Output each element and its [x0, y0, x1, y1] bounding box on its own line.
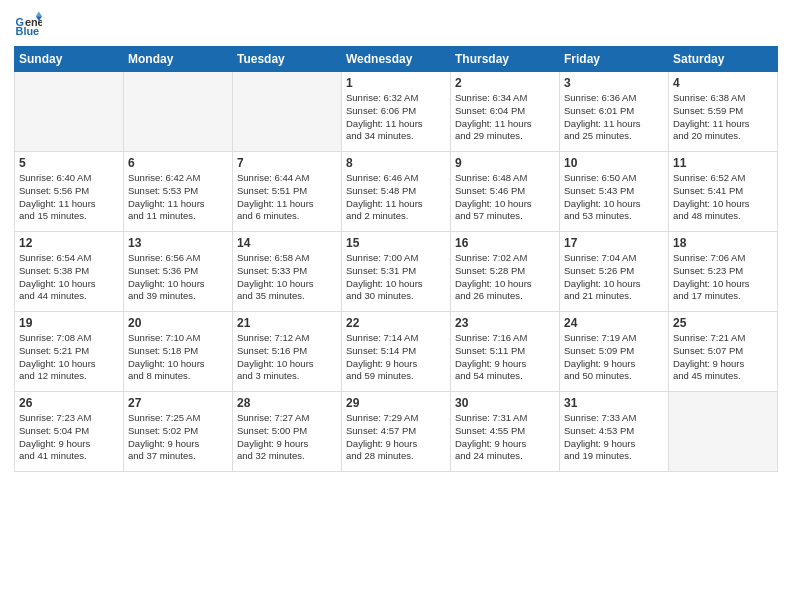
- week-row-2: 5Sunrise: 6:40 AM Sunset: 5:56 PM Daylig…: [15, 152, 778, 232]
- day-cell: 23Sunrise: 7:16 AM Sunset: 5:11 PM Dayli…: [451, 312, 560, 392]
- week-row-1: 1Sunrise: 6:32 AM Sunset: 6:06 PM Daylig…: [15, 72, 778, 152]
- day-cell: 13Sunrise: 6:56 AM Sunset: 5:36 PM Dayli…: [124, 232, 233, 312]
- day-cell: 6Sunrise: 6:42 AM Sunset: 5:53 PM Daylig…: [124, 152, 233, 232]
- day-number: 18: [673, 236, 773, 250]
- day-cell: 9Sunrise: 6:48 AM Sunset: 5:46 PM Daylig…: [451, 152, 560, 232]
- day-number: 11: [673, 156, 773, 170]
- day-number: 16: [455, 236, 555, 250]
- day-cell: 15Sunrise: 7:00 AM Sunset: 5:31 PM Dayli…: [342, 232, 451, 312]
- day-cell: 3Sunrise: 6:36 AM Sunset: 6:01 PM Daylig…: [560, 72, 669, 152]
- day-info: Sunrise: 6:44 AM Sunset: 5:51 PM Dayligh…: [237, 172, 337, 223]
- day-cell: 28Sunrise: 7:27 AM Sunset: 5:00 PM Dayli…: [233, 392, 342, 472]
- day-cell: 26Sunrise: 7:23 AM Sunset: 5:04 PM Dayli…: [15, 392, 124, 472]
- day-info: Sunrise: 6:48 AM Sunset: 5:46 PM Dayligh…: [455, 172, 555, 223]
- day-info: Sunrise: 7:31 AM Sunset: 4:55 PM Dayligh…: [455, 412, 555, 463]
- calendar-table: SundayMondayTuesdayWednesdayThursdayFrid…: [14, 46, 778, 472]
- day-cell: 5Sunrise: 6:40 AM Sunset: 5:56 PM Daylig…: [15, 152, 124, 232]
- day-cell: 1Sunrise: 6:32 AM Sunset: 6:06 PM Daylig…: [342, 72, 451, 152]
- day-info: Sunrise: 7:25 AM Sunset: 5:02 PM Dayligh…: [128, 412, 228, 463]
- day-number: 24: [564, 316, 664, 330]
- day-info: Sunrise: 7:16 AM Sunset: 5:11 PM Dayligh…: [455, 332, 555, 383]
- day-info: Sunrise: 7:06 AM Sunset: 5:23 PM Dayligh…: [673, 252, 773, 303]
- day-number: 20: [128, 316, 228, 330]
- day-number: 13: [128, 236, 228, 250]
- day-info: Sunrise: 7:08 AM Sunset: 5:21 PM Dayligh…: [19, 332, 119, 383]
- day-cell: 20Sunrise: 7:10 AM Sunset: 5:18 PM Dayli…: [124, 312, 233, 392]
- header-cell-tuesday: Tuesday: [233, 47, 342, 72]
- day-info: Sunrise: 7:02 AM Sunset: 5:28 PM Dayligh…: [455, 252, 555, 303]
- day-number: 22: [346, 316, 446, 330]
- day-cell: 19Sunrise: 7:08 AM Sunset: 5:21 PM Dayli…: [15, 312, 124, 392]
- day-cell: 27Sunrise: 7:25 AM Sunset: 5:02 PM Dayli…: [124, 392, 233, 472]
- day-cell: 2Sunrise: 6:34 AM Sunset: 6:04 PM Daylig…: [451, 72, 560, 152]
- day-cell: 8Sunrise: 6:46 AM Sunset: 5:48 PM Daylig…: [342, 152, 451, 232]
- day-cell: 21Sunrise: 7:12 AM Sunset: 5:16 PM Dayli…: [233, 312, 342, 392]
- day-cell: 22Sunrise: 7:14 AM Sunset: 5:14 PM Dayli…: [342, 312, 451, 392]
- day-number: 15: [346, 236, 446, 250]
- day-number: 2: [455, 76, 555, 90]
- day-number: 8: [346, 156, 446, 170]
- day-cell: 31Sunrise: 7:33 AM Sunset: 4:53 PM Dayli…: [560, 392, 669, 472]
- day-number: 26: [19, 396, 119, 410]
- calendar-header: G eneral Blue: [14, 10, 778, 38]
- header-cell-thursday: Thursday: [451, 47, 560, 72]
- day-cell: [669, 392, 778, 472]
- header-cell-saturday: Saturday: [669, 47, 778, 72]
- day-cell: 25Sunrise: 7:21 AM Sunset: 5:07 PM Dayli…: [669, 312, 778, 392]
- logo: G eneral Blue: [14, 10, 44, 38]
- day-cell: 17Sunrise: 7:04 AM Sunset: 5:26 PM Dayli…: [560, 232, 669, 312]
- day-info: Sunrise: 6:42 AM Sunset: 5:53 PM Dayligh…: [128, 172, 228, 223]
- day-number: 17: [564, 236, 664, 250]
- day-info: Sunrise: 6:36 AM Sunset: 6:01 PM Dayligh…: [564, 92, 664, 143]
- day-number: 31: [564, 396, 664, 410]
- day-info: Sunrise: 6:58 AM Sunset: 5:33 PM Dayligh…: [237, 252, 337, 303]
- day-info: Sunrise: 6:38 AM Sunset: 5:59 PM Dayligh…: [673, 92, 773, 143]
- day-info: Sunrise: 6:54 AM Sunset: 5:38 PM Dayligh…: [19, 252, 119, 303]
- day-number: 25: [673, 316, 773, 330]
- day-cell: 30Sunrise: 7:31 AM Sunset: 4:55 PM Dayli…: [451, 392, 560, 472]
- day-cell: 24Sunrise: 7:19 AM Sunset: 5:09 PM Dayli…: [560, 312, 669, 392]
- day-info: Sunrise: 6:34 AM Sunset: 6:04 PM Dayligh…: [455, 92, 555, 143]
- day-number: 12: [19, 236, 119, 250]
- day-number: 10: [564, 156, 664, 170]
- day-cell: 7Sunrise: 6:44 AM Sunset: 5:51 PM Daylig…: [233, 152, 342, 232]
- day-number: 5: [19, 156, 119, 170]
- header-cell-friday: Friday: [560, 47, 669, 72]
- header-cell-monday: Monday: [124, 47, 233, 72]
- day-number: 30: [455, 396, 555, 410]
- day-info: Sunrise: 7:14 AM Sunset: 5:14 PM Dayligh…: [346, 332, 446, 383]
- header-row: SundayMondayTuesdayWednesdayThursdayFrid…: [15, 47, 778, 72]
- svg-marker-3: [36, 12, 42, 17]
- day-info: Sunrise: 7:12 AM Sunset: 5:16 PM Dayligh…: [237, 332, 337, 383]
- day-cell: [15, 72, 124, 152]
- day-info: Sunrise: 7:10 AM Sunset: 5:18 PM Dayligh…: [128, 332, 228, 383]
- day-number: 6: [128, 156, 228, 170]
- day-number: 14: [237, 236, 337, 250]
- week-row-4: 19Sunrise: 7:08 AM Sunset: 5:21 PM Dayli…: [15, 312, 778, 392]
- header-cell-wednesday: Wednesday: [342, 47, 451, 72]
- day-info: Sunrise: 6:46 AM Sunset: 5:48 PM Dayligh…: [346, 172, 446, 223]
- day-number: 1: [346, 76, 446, 90]
- day-info: Sunrise: 7:04 AM Sunset: 5:26 PM Dayligh…: [564, 252, 664, 303]
- header-cell-sunday: Sunday: [15, 47, 124, 72]
- day-info: Sunrise: 7:21 AM Sunset: 5:07 PM Dayligh…: [673, 332, 773, 383]
- day-number: 27: [128, 396, 228, 410]
- day-number: 3: [564, 76, 664, 90]
- day-number: 7: [237, 156, 337, 170]
- day-info: Sunrise: 7:33 AM Sunset: 4:53 PM Dayligh…: [564, 412, 664, 463]
- day-cell: [233, 72, 342, 152]
- day-info: Sunrise: 6:50 AM Sunset: 5:43 PM Dayligh…: [564, 172, 664, 223]
- logo-icon: G eneral Blue: [14, 10, 42, 38]
- day-cell: 12Sunrise: 6:54 AM Sunset: 5:38 PM Dayli…: [15, 232, 124, 312]
- calendar-container: G eneral Blue SundayMondayTuesdayWednesd…: [0, 0, 792, 482]
- day-info: Sunrise: 6:40 AM Sunset: 5:56 PM Dayligh…: [19, 172, 119, 223]
- day-number: 19: [19, 316, 119, 330]
- week-row-5: 26Sunrise: 7:23 AM Sunset: 5:04 PM Dayli…: [15, 392, 778, 472]
- day-cell: 18Sunrise: 7:06 AM Sunset: 5:23 PM Dayli…: [669, 232, 778, 312]
- day-number: 28: [237, 396, 337, 410]
- day-cell: [124, 72, 233, 152]
- day-info: Sunrise: 7:29 AM Sunset: 4:57 PM Dayligh…: [346, 412, 446, 463]
- day-info: Sunrise: 6:56 AM Sunset: 5:36 PM Dayligh…: [128, 252, 228, 303]
- day-cell: 11Sunrise: 6:52 AM Sunset: 5:41 PM Dayli…: [669, 152, 778, 232]
- day-cell: 29Sunrise: 7:29 AM Sunset: 4:57 PM Dayli…: [342, 392, 451, 472]
